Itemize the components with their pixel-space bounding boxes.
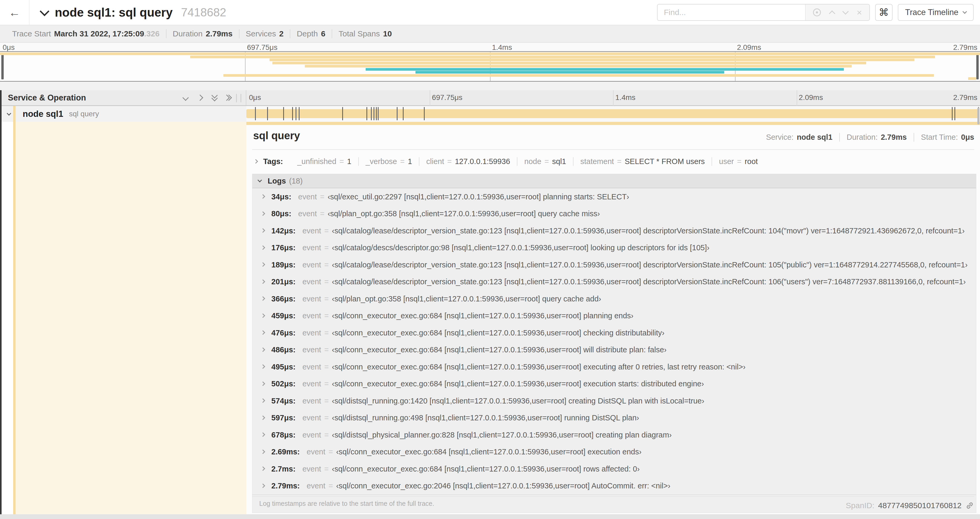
- service-operation-label: Service & Operation: [8, 93, 183, 102]
- command-icon: ⌘: [879, 6, 889, 18]
- log-entry[interactable]: 2.79ms: event = ‹sql/conn_executor_exec.…: [252, 477, 976, 495]
- span-detail-accent-strip: [246, 122, 980, 125]
- log-entry[interactable]: 574μs: event = ‹sql/distsql_running.go:1…: [252, 393, 976, 410]
- log-entry[interactable]: 34μs: event = ‹sql/exec_util.go:2297 [ns…: [252, 188, 976, 206]
- span-color-accent: [13, 106, 16, 122]
- span-detail-meta: Service: node sql1 Duration: 2.79ms Star…: [759, 133, 974, 142]
- tags-row[interactable]: Tags: _unfinished = 1 _verbose = 1 clien…: [246, 150, 980, 173]
- span-duration-bar[interactable]: [246, 109, 978, 118]
- minimap-right-drag-handle[interactable]: [976, 54, 979, 79]
- log-entry[interactable]: 476μs: event = ‹sql/conn_executor_exec.g…: [252, 324, 976, 342]
- trace-id: 7418682: [181, 6, 226, 19]
- log-marker[interactable]: [378, 107, 379, 120]
- nav-actions: × ⌘ Trace Timeline: [657, 4, 974, 21]
- span-detail-title: sql query: [253, 130, 300, 142]
- keyboard-shortcuts-button[interactable]: ⌘: [875, 4, 892, 21]
- top-nav: ← node sql1: sql query 7418682 × ⌘ Trace: [0, 0, 980, 25]
- log-marker[interactable]: [403, 107, 404, 120]
- span-id-value: 4877749850101760812: [878, 501, 962, 510]
- log-marker[interactable]: [376, 107, 377, 120]
- log-expand-chevron-icon: [261, 466, 265, 471]
- find-group: ×: [657, 4, 870, 21]
- log-entry[interactable]: 678μs: event = ‹sql/distsql_physical_pla…: [252, 426, 976, 444]
- collapse-one-icon[interactable]: [197, 94, 203, 101]
- log-marker[interactable]: [299, 107, 299, 120]
- log-marker[interactable]: [267, 107, 268, 120]
- span-collapse-chevron-icon[interactable]: [7, 111, 11, 116]
- expand-one-icon[interactable]: [182, 94, 189, 101]
- log-marker[interactable]: [952, 107, 953, 120]
- log-entry[interactable]: 80μs: event = ‹sql/plan_opt.go:358 [nsql…: [252, 206, 976, 223]
- log-entry[interactable]: 2.69ms: event = ‹sql/conn_executor_exec.…: [252, 444, 976, 461]
- span-detail-header: sql query Service: node sql1 Duration: 2…: [246, 125, 980, 149]
- log-marker[interactable]: [397, 107, 398, 120]
- log-marker[interactable]: [342, 107, 343, 120]
- minimap-span: [415, 71, 724, 73]
- log-entry[interactable]: 459μs: event = ‹sql/conn_executor_exec.g…: [252, 308, 976, 325]
- view-select-label: Trace Timeline: [905, 8, 958, 17]
- span-row-name-cell[interactable]: node sql1 sql query: [0, 106, 246, 122]
- find-prev-icon[interactable]: [829, 10, 835, 17]
- log-entry[interactable]: 2.7ms: event = ‹sql/conn_executor_exec.g…: [252, 460, 976, 477]
- log-expand-chevron-icon: [261, 296, 265, 301]
- log-entry[interactable]: 495μs: event = ‹sql/conn_executor_exec.g…: [252, 358, 976, 375]
- log-entry[interactable]: 502μs: event = ‹sql/conn_executor_exec.g…: [252, 375, 976, 393]
- summary-total-spans: Total Spans 10: [332, 29, 398, 38]
- summary-duration: Duration 2.79ms: [167, 29, 239, 38]
- log-marker[interactable]: [955, 107, 955, 120]
- view-select-button[interactable]: Trace Timeline: [898, 4, 974, 21]
- tag-item[interactable]: node = sql1: [517, 157, 574, 166]
- minimap-canvas[interactable]: [0, 51, 980, 82]
- column-resizer-handle[interactable]: [236, 94, 241, 102]
- log-marker[interactable]: [296, 107, 296, 120]
- minimap-span: [272, 62, 866, 64]
- logs-count: (18): [289, 177, 303, 185]
- log-marker[interactable]: [374, 107, 374, 120]
- log-marker[interactable]: [424, 107, 425, 120]
- log-expand-chevron-icon: [261, 364, 265, 369]
- tags-expand-chevron-icon: [254, 159, 258, 163]
- tag-item[interactable]: client = 127.0.0.1:59936: [419, 157, 517, 166]
- span-id-label: SpanID:: [846, 501, 874, 510]
- log-expand-chevron-icon: [261, 449, 265, 454]
- minimap-left-drag-handle[interactable]: [1, 54, 4, 79]
- minimap-span: [305, 65, 852, 67]
- tag-item[interactable]: statement = SELECT * FROM users: [574, 157, 712, 166]
- locate-icon[interactable]: [813, 8, 821, 16]
- log-marker[interactable]: [255, 107, 256, 120]
- log-entry[interactable]: 597μs: event = ‹sql/distsql_running.go:4…: [252, 410, 976, 427]
- log-expand-chevron-icon: [261, 313, 265, 318]
- tag-item[interactable]: _unfinished = 1: [290, 157, 358, 166]
- collapse-all-icon[interactable]: [227, 96, 231, 100]
- log-entry[interactable]: 366μs: event = ‹sql/plan_opt.go:358 [nsq…: [252, 291, 976, 308]
- log-entry[interactable]: 142μs: event = ‹sql/catalog/lease/descri…: [252, 222, 976, 240]
- minimap-span: [223, 74, 934, 77]
- minimap-span: [968, 77, 976, 80]
- trace-timeline-page: ← node sql1: sql query 7418682 × ⌘ Trace: [0, 0, 980, 519]
- tag-item[interactable]: _verbose = 1: [359, 157, 419, 166]
- find-clear-icon[interactable]: ×: [857, 8, 862, 17]
- log-expand-chevron-icon: [261, 262, 265, 267]
- find-next-icon[interactable]: [842, 8, 848, 14]
- log-marker[interactable]: [371, 107, 372, 120]
- back-button[interactable]: ←: [0, 0, 30, 25]
- log-entry[interactable]: 176μs: event = ‹sql/catalog/descs/descri…: [252, 240, 976, 257]
- log-expand-chevron-icon: [261, 398, 265, 403]
- log-marker[interactable]: [292, 107, 293, 120]
- span-row-node-sql1[interactable]: node sql1 sql query: [0, 106, 980, 122]
- log-entry[interactable]: 201μs: event = ‹sql/catalog/lease/descri…: [252, 273, 976, 291]
- log-entry[interactable]: 189μs: event = ‹sql/catalog/lease/descri…: [252, 256, 976, 273]
- log-entry[interactable]: 486μs: event = ‹sql/conn_executor_exec.g…: [252, 342, 976, 359]
- tag-item[interactable]: user = root: [712, 157, 765, 166]
- collapse-all-chevron-icon[interactable]: [40, 6, 49, 16]
- log-marker[interactable]: [366, 107, 367, 120]
- deep-link-icon[interactable]: [965, 501, 974, 510]
- span-row-timeline-cell[interactable]: [246, 106, 980, 122]
- expand-all-icon[interactable]: [212, 95, 217, 101]
- row-collapse-controls: [183, 95, 231, 101]
- scrollbar-thumb[interactable]: [977, 108, 980, 125]
- logs-header[interactable]: Logs (18): [252, 174, 976, 188]
- find-tools: ×: [805, 5, 869, 20]
- log-marker[interactable]: [283, 107, 284, 120]
- find-input[interactable]: [657, 5, 805, 20]
